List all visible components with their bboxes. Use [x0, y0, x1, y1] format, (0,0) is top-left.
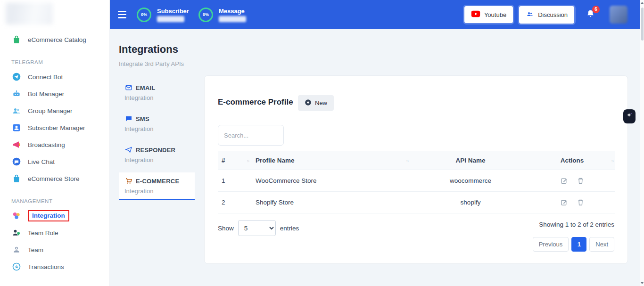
sidebar-item-connect-bot[interactable]: Connect Bot — [0, 68, 109, 85]
sidebar-section-telegram: TELEGRAM — [0, 56, 109, 68]
search-input[interactable] — [218, 125, 284, 146]
tab-subtitle: Integration — [124, 94, 189, 101]
sidebar-item-integration[interactable]: Integration — [0, 207, 109, 224]
page-1-button[interactable]: 1 — [571, 237, 586, 252]
tab-email-integration[interactable]: EMAIL Integration — [119, 79, 195, 106]
edit-button[interactable] — [559, 176, 569, 186]
notification-badge: 6 — [592, 6, 600, 13]
tab-sms-integration[interactable]: SMS Integration — [119, 110, 195, 137]
cell-api-name: shopify — [412, 199, 529, 206]
app-logo[interactable] — [6, 3, 53, 25]
transactions-icon — [11, 261, 22, 272]
profiles-table: # ↑↓ Profile Name ↑↓ API Name Actions ↑↓… — [218, 151, 615, 213]
page-size-select[interactable]: 5 — [238, 220, 276, 236]
sidebar-item-bot-manager[interactable]: Bot Manager — [0, 85, 109, 102]
cell-num: 2 — [218, 199, 252, 206]
new-profile-button[interactable]: New — [298, 95, 334, 111]
pagination: Previous 1 Next — [533, 237, 614, 252]
integration-dots-icon — [11, 211, 22, 221]
sidebar-item-team-role[interactable]: Team Role — [0, 224, 109, 241]
plus-icon — [305, 99, 312, 107]
column-header-actions: Actions — [561, 157, 584, 164]
sidebar-item-label: Subscriber Manager — [28, 124, 85, 131]
sort-icon[interactable]: ↑↓ — [611, 158, 613, 163]
scrollbar[interactable] — [640, 0, 644, 286]
telegram-icon — [11, 72, 22, 82]
sidebar-item-team[interactable]: Team — [0, 241, 109, 258]
megaphone-icon — [11, 139, 22, 150]
bell-icon — [586, 12, 595, 20]
tab-title: SMS — [136, 115, 149, 123]
scrollbar-thumb[interactable] — [641, 8, 644, 41]
delete-button[interactable] — [576, 197, 586, 207]
sidebar-section-management: MANAGEMENT — [0, 195, 109, 207]
cell-profile-name: WooCommerce Store — [252, 177, 412, 184]
chat-icon — [11, 156, 22, 167]
sidebar-item-ecommerce-catalog[interactable]: eCommerce Catalog — [0, 31, 109, 48]
sidebar-item-label: Integration — [32, 212, 65, 219]
cell-api-name: woocommerce — [412, 177, 529, 184]
message-percent: 0% — [203, 12, 209, 17]
discussion-button-label: Discussion — [538, 11, 568, 18]
sidebar-item-label: Group Manager — [28, 107, 73, 114]
sidebar-item-ecommerce-store[interactable]: eCommerce Store — [0, 170, 109, 187]
sidebar-item-label: eCommerce Catalog — [28, 36, 86, 43]
tab-subtitle: Integration — [124, 156, 189, 163]
integration-highlight-box: Integration — [28, 210, 69, 221]
tab-title: RESPONDER — [136, 147, 175, 154]
sidebar-item-group-manager[interactable]: Group Manager — [0, 102, 109, 119]
sidebar-item-broadcasting[interactable]: Broadcasting — [0, 136, 109, 153]
delete-button[interactable] — [576, 176, 586, 186]
youtube-button[interactable]: Youtube — [464, 6, 513, 23]
message-stat: 0% Message — [198, 8, 246, 22]
avatar[interactable] — [610, 6, 627, 24]
team-icon — [11, 245, 22, 255]
youtube-button-label: Youtube — [484, 11, 506, 18]
scroll-up-arrow-icon[interactable] — [641, 2, 644, 4]
topbar: 0% Subscriber 0% Message Youtube Discuss… — [110, 0, 640, 29]
subscriber-stat-label: Subscriber — [157, 8, 189, 15]
email-icon — [124, 82, 132, 93]
sort-icon[interactable]: ↑↓ — [247, 158, 249, 163]
team-role-icon — [11, 228, 22, 238]
discussion-button[interactable]: Discussion — [519, 6, 574, 24]
sidebar-item-label: Live Chat — [28, 158, 55, 165]
sidebar-item-label: eCommerce Store — [28, 175, 80, 182]
sparkle-icon — [626, 112, 633, 121]
sidebar: eCommerce Catalog TELEGRAM Connect Bot B… — [0, 0, 110, 286]
sidebar-item-label: Team — [28, 246, 43, 253]
menu-toggle-button[interactable] — [118, 11, 127, 18]
subscriber-stat: 0% Subscriber — [137, 8, 189, 22]
table-row: 1 WooCommerce Store woocommerce — [218, 170, 615, 192]
tab-title: EMAIL — [136, 84, 155, 91]
main-content: Integrations Integrate 3rd Party APIs EM… — [110, 29, 640, 286]
scroll-down-arrow-icon[interactable] — [641, 282, 644, 284]
column-header-api-name: API Name — [412, 157, 529, 164]
subscriber-percent: 0% — [141, 12, 147, 17]
page-subtitle: Integrate 3rd Party APIs — [119, 60, 184, 67]
new-button-label: New — [315, 99, 327, 106]
tab-title: E-COMMERCE — [136, 178, 179, 185]
sidebar-item-live-chat[interactable]: Live Chat — [0, 153, 109, 170]
previous-page-button[interactable]: Previous — [533, 237, 569, 252]
next-page-button[interactable]: Next — [589, 237, 614, 252]
notifications-button[interactable]: 6 — [586, 9, 595, 21]
sidebar-item-transactions[interactable]: Transactions — [0, 258, 109, 275]
table-row: 2 Shopify Store shopify — [218, 192, 615, 213]
store-bag-icon — [11, 173, 22, 184]
edit-button[interactable] — [559, 197, 569, 207]
card-title: E-commerce Profile — [218, 98, 293, 107]
sidebar-item-label: Team Role — [28, 229, 58, 237]
subscriber-value-blurred — [157, 16, 184, 22]
tab-subtitle: Integration — [124, 125, 189, 132]
page-size-control: Show 5 entries — [218, 220, 299, 236]
users-icon — [11, 106, 22, 116]
showing-entries-text: Showing 1 to 2 of 2 entries — [539, 221, 614, 228]
sort-icon[interactable]: ↑↓ — [406, 158, 408, 163]
robot-icon — [11, 89, 22, 99]
sidebar-item-subscriber-manager[interactable]: Subscriber Manager — [0, 119, 109, 136]
ecommerce-profile-card: E-commerce Profile New # ↑↓ Profile Name… — [204, 75, 628, 264]
tab-responder-integration[interactable]: RESPONDER Integration — [119, 141, 195, 168]
tab-ecommerce-integration[interactable]: E-COMMERCE Integration — [119, 172, 195, 200]
assistant-fab[interactable] — [623, 109, 636, 123]
